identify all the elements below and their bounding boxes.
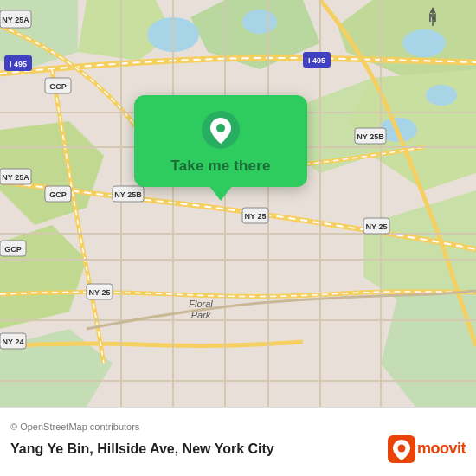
map-view: I 495 I 495 NY 25A NY 25A GCP GCP GCP NY…: [0, 0, 476, 407]
svg-text:GCP: GCP: [49, 190, 67, 199]
location-name: Yang Ye Bin, Hillside Ave, New York City: [10, 441, 274, 457]
svg-text:Park: Park: [191, 310, 211, 320]
copyright-text: © OpenStreetMap contributors: [10, 421, 466, 432]
svg-point-13: [242, 10, 277, 34]
moovit-logo: moovit: [388, 435, 466, 463]
take-me-there-button[interactable]: Take me there: [170, 158, 270, 175]
svg-text:NY 25A: NY 25A: [2, 173, 29, 182]
location-title-bar: Yang Ye Bin, Hillside Ave, New York City…: [10, 435, 466, 463]
popup-card: Take me there: [134, 95, 307, 187]
moovit-text: moovit: [417, 440, 466, 458]
svg-text:GCP: GCP: [4, 245, 22, 254]
moovit-brand-icon: [388, 435, 415, 463]
location-pin-icon: [202, 111, 240, 149]
svg-text:NY 25: NY 25: [89, 288, 111, 297]
svg-text:I 495: I 495: [10, 60, 27, 68]
svg-point-63: [216, 124, 225, 132]
svg-text:NY 25: NY 25: [245, 212, 267, 221]
svg-text:NY 25B: NY 25B: [114, 190, 142, 199]
bottom-bar: © OpenStreetMap contributors Yang Ye Bin…: [0, 407, 476, 476]
svg-text:NY 24: NY 24: [3, 338, 24, 346]
svg-point-15: [426, 85, 457, 106]
svg-text:GCP: GCP: [49, 82, 67, 91]
svg-text:NY 25B: NY 25B: [357, 132, 384, 141]
svg-text:I 495: I 495: [308, 56, 325, 65]
svg-text:NY 25: NY 25: [366, 222, 388, 231]
svg-text:Floral: Floral: [189, 299, 213, 309]
svg-point-65: [397, 444, 405, 452]
svg-point-14: [402, 29, 446, 57]
svg-text:NY 25A: NY 25A: [2, 16, 29, 24]
